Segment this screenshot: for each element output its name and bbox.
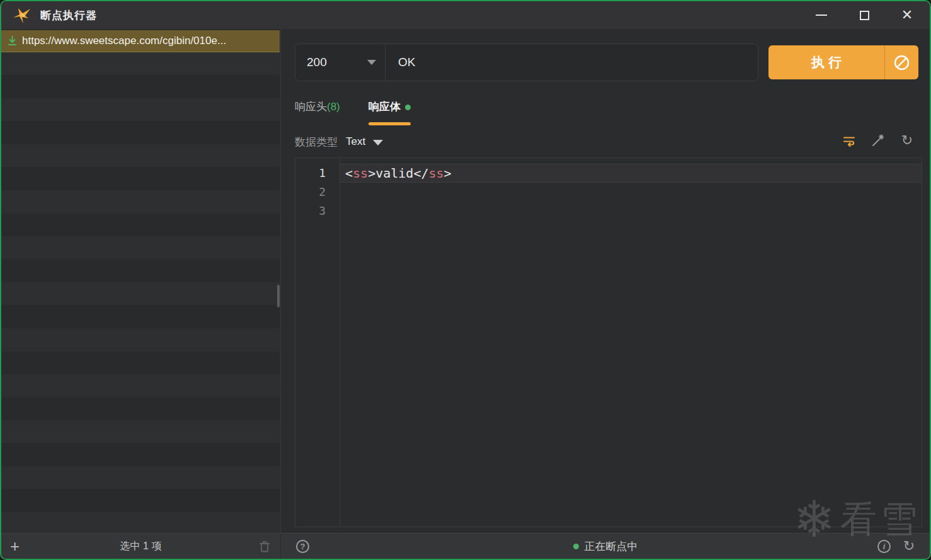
- code-line[interactable]: <ss>valid</ss>: [340, 164, 922, 183]
- status-code-value: 200: [307, 55, 367, 69]
- chevron-down-icon: [367, 60, 376, 65]
- datatype-label: 数据类型: [295, 135, 338, 149]
- response-body-dot-indicator: [405, 105, 411, 110]
- response-status-group: 200 OK: [295, 43, 758, 81]
- info-icon[interactable]: i: [877, 540, 891, 553]
- trash-icon[interactable]: [259, 540, 270, 552]
- execute-button[interactable]: 执行: [768, 45, 918, 79]
- response-tabs: 响应头(8) 响应体: [295, 100, 411, 125]
- code-line[interactable]: [340, 183, 922, 202]
- tab-response-headers-count: (8): [327, 101, 340, 113]
- execute-button-label: 执行: [768, 45, 884, 79]
- refresh-icon[interactable]: ↻: [899, 132, 915, 149]
- refresh-icon[interactable]: ↻: [901, 538, 917, 554]
- breakpoint-status-text: 正在断点中: [585, 539, 638, 554]
- datatype-dropdown[interactable]: 数据类型 Text: [295, 133, 383, 151]
- close-button[interactable]: ✕: [898, 6, 916, 24]
- editor-code[interactable]: <ss>valid</ss>: [340, 158, 922, 527]
- editor-gutter: 123: [295, 158, 340, 527]
- chevron-down-icon: [373, 140, 383, 146]
- tab-response-body[interactable]: 响应体: [368, 100, 411, 125]
- block-icon: [893, 54, 910, 71]
- app-window: 断点执行器 ✕ https://www.sweetscape.com/cgibi…: [0, 0, 931, 560]
- word-wrap-icon[interactable]: [841, 132, 857, 149]
- tab-response-body-label: 响应体: [368, 100, 401, 114]
- breakpoint-status-dot: [573, 544, 579, 549]
- close-icon: ✕: [901, 8, 913, 22]
- sidebar-scrollbar-thumb[interactable]: [277, 285, 280, 307]
- maximize-button[interactable]: [855, 6, 873, 24]
- add-button[interactable]: +: [10, 538, 20, 554]
- statusbar-right: ? 正在断点中 i ↻: [281, 534, 930, 559]
- line-number: 3: [295, 202, 340, 220]
- window-controls: ✕: [813, 1, 916, 29]
- download-icon: [8, 36, 17, 46]
- tab-response-headers[interactable]: 响应头(8): [295, 100, 340, 125]
- statusbar-left: + 选中 1 项: [1, 534, 281, 559]
- sidebar-empty-rows: [1, 52, 280, 533]
- minimize-icon: [816, 14, 827, 16]
- block-button[interactable]: [885, 45, 918, 79]
- tab-response-headers-label: 响应头: [295, 100, 327, 114]
- sidebar-item-url-label: https://www.sweetscape.com/cgibin/010e..…: [22, 35, 226, 47]
- sidebar: https://www.sweetscape.com/cgibin/010e..…: [1, 29, 281, 533]
- editor-toolbar: ↻: [841, 132, 915, 149]
- magic-wand-icon[interactable]: [870, 132, 886, 149]
- line-number: 2: [295, 183, 340, 202]
- line-number: 1: [295, 164, 340, 183]
- selection-count-text: 选中 1 项: [1, 540, 280, 553]
- reason-phrase-input[interactable]: OK: [386, 44, 758, 81]
- maximize-icon: [860, 11, 869, 20]
- response-body-editor: 123 <ss>valid</ss>: [295, 157, 922, 527]
- statusbar-icons: i ↻: [877, 538, 917, 554]
- minimize-button[interactable]: [813, 6, 830, 24]
- datatype-value: Text: [346, 135, 365, 148]
- breakpoint-status: 正在断点中: [281, 539, 930, 554]
- status-code-dropdown[interactable]: 200: [295, 44, 386, 81]
- app-title: 断点执行器: [40, 8, 97, 23]
- code-line[interactable]: [340, 202, 922, 220]
- sidebar-item-url-selected[interactable]: https://www.sweetscape.com/cgibin/010e..…: [1, 30, 280, 52]
- hummingbird-logo-icon: [11, 5, 33, 25]
- help-icon[interactable]: ?: [296, 540, 309, 553]
- active-tab-underline: [368, 122, 411, 125]
- statusbar: + 选中 1 项 ? 正在断点中 i ↻: [1, 533, 930, 559]
- titlebar: 断点执行器 ✕: [1, 1, 930, 29]
